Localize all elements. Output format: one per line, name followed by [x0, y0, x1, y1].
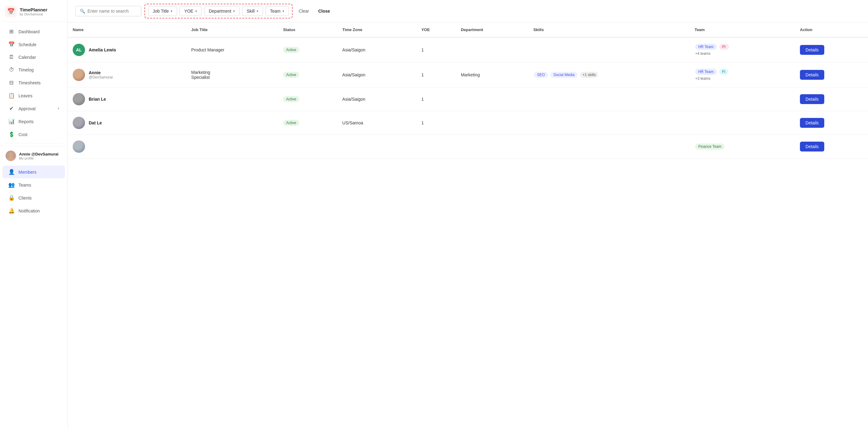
- sidebar-item-label: Reports: [19, 119, 34, 124]
- app-logo-icon: 📅: [5, 5, 17, 17]
- member-status: Active: [278, 37, 337, 63]
- sidebar-item-label: Timelog: [19, 67, 34, 72]
- sidebar-item-teams[interactable]: 👥 Teams: [2, 178, 65, 191]
- calendar-icon: 🗓: [8, 54, 15, 60]
- teams-icon: 👥: [8, 182, 15, 188]
- member-action: Details: [795, 37, 868, 63]
- profile-role: My profile: [19, 157, 59, 160]
- member-timezone: [337, 135, 416, 159]
- sidebar-item-calendar[interactable]: 🗓 Calendar: [2, 51, 65, 63]
- sidebar-item-timelog[interactable]: ⏱ Timelog: [2, 64, 65, 76]
- member-action: Details: [795, 88, 868, 111]
- details-button[interactable]: Details: [800, 94, 824, 104]
- chevron-down-icon: ▾: [195, 9, 197, 13]
- sidebar-nav: ⊞ Dashboard 📅 Schedule 🗓 Calendar ⏱ Time…: [0, 22, 67, 428]
- member-name-cell: [73, 140, 181, 153]
- skill-label: Skill: [247, 9, 255, 13]
- member-job-title: [186, 88, 278, 111]
- member-name-wrap: Amelia Lewis: [89, 47, 116, 52]
- clear-button[interactable]: Clear: [296, 7, 312, 15]
- col-header-action: Action: [795, 23, 868, 37]
- chevron-down-icon: ▾: [256, 9, 258, 13]
- skills-more: +1 skills: [580, 72, 598, 78]
- chevron-down-icon: ▾: [170, 9, 173, 13]
- team-tag: Pr: [719, 44, 729, 50]
- chevron-down-icon: ▾: [58, 106, 59, 110]
- avatar: [73, 117, 85, 129]
- member-teams: Finance Team: [690, 135, 795, 159]
- sidebar-logo: 📅 TimePlanner by DevSamurai: [0, 0, 67, 22]
- notification-icon: 🔔: [8, 207, 15, 214]
- cost-icon: 💲: [8, 131, 15, 138]
- sidebar-item-label: Teams: [19, 183, 31, 188]
- details-button[interactable]: Details: [800, 118, 824, 128]
- app-name: TimePlanner: [20, 7, 48, 12]
- avatar: AL: [73, 44, 85, 56]
- sidebar-item-label: Schedule: [19, 42, 36, 47]
- sidebar-item-label: Dashboard: [19, 29, 40, 34]
- col-header-timezone: Time Zone: [337, 23, 416, 37]
- member-sub: @DevSamurai: [89, 75, 113, 79]
- member-job-title: [186, 135, 278, 159]
- col-header-name: Name: [68, 23, 186, 37]
- member-skills: [528, 111, 690, 135]
- job-title-filter[interactable]: Job Title ▾: [148, 6, 177, 16]
- sidebar-item-timesheets[interactable]: ⊟ Timesheets: [2, 76, 65, 89]
- team-tag: Finance Team: [695, 143, 724, 150]
- member-yoe: 1: [416, 111, 456, 135]
- department-filter[interactable]: Department ▾: [204, 6, 240, 16]
- sidebar-item-label: Notification: [19, 208, 40, 213]
- teams-more: +4 teams: [695, 52, 789, 56]
- skill-filter[interactable]: Skill ▾: [242, 6, 263, 16]
- member-department: [456, 135, 528, 159]
- member-status: Active: [278, 111, 337, 135]
- sidebar-item-label: Leaves: [19, 93, 32, 98]
- close-button[interactable]: Close: [315, 7, 333, 15]
- yoe-filter[interactable]: YOE ▾: [180, 6, 202, 16]
- member-status: Active: [278, 63, 337, 88]
- search-wrap[interactable]: 🔍: [75, 6, 142, 16]
- details-button[interactable]: Details: [800, 142, 824, 152]
- member-name-wrap: Annie @DevSamurai: [89, 70, 113, 79]
- member-skills: [528, 135, 690, 159]
- search-input[interactable]: [88, 9, 137, 13]
- app-sub: by DevSamurai: [20, 12, 48, 16]
- main-content: 🔍 Job Title ▾ YOE ▾ Department ▾ Skill ▾…: [68, 0, 868, 428]
- sidebar-item-schedule[interactable]: 📅 Schedule: [2, 38, 65, 51]
- member-teams: [690, 111, 795, 135]
- reports-icon: 📊: [8, 118, 15, 125]
- sidebar-item-clients[interactable]: 🔒 Clients: [2, 192, 65, 204]
- member-action: Details: [795, 111, 868, 135]
- member-name-cell: AL Amelia Lewis: [73, 44, 181, 56]
- team-tag: HR Team: [695, 69, 717, 75]
- member-name: Dat Le: [89, 121, 102, 125]
- svg-point-1: [7, 157, 14, 161]
- details-button[interactable]: Details: [800, 45, 824, 55]
- member-status: [278, 135, 337, 159]
- member-name-cell: Dat Le: [73, 117, 181, 129]
- sidebar-item-label: Approval: [19, 106, 35, 111]
- sidebar-item-approval[interactable]: ✔ Approval ▾: [2, 102, 65, 115]
- details-button[interactable]: Details: [800, 70, 824, 80]
- sidebar-item-dashboard[interactable]: ⊞ Dashboard: [2, 25, 65, 38]
- team-filter[interactable]: Team ▾: [266, 6, 289, 16]
- member-yoe: 1: [416, 63, 456, 88]
- sidebar-item-cost[interactable]: 💲 Cost: [2, 128, 65, 141]
- member-teams: HR Team Fi +3 teams: [690, 63, 795, 88]
- sidebar-item-notification[interactable]: 🔔 Notification: [2, 204, 65, 217]
- filter-group: Job Title ▾ YOE ▾ Department ▾ Skill ▾ T…: [145, 4, 292, 19]
- member-yoe: 1: [416, 37, 456, 63]
- filter-bar: 🔍 Job Title ▾ YOE ▾ Department ▾ Skill ▾…: [68, 0, 868, 23]
- member-job-title: [186, 111, 278, 135]
- nav-divider: [5, 143, 63, 143]
- table-row: Dat Le Active US/Samoa 1 Details: [68, 111, 868, 135]
- teams-more: +3 teams: [695, 76, 789, 81]
- member-skills: [528, 88, 690, 111]
- sidebar-item-reports[interactable]: 📊 Reports: [2, 115, 65, 128]
- team-label: Team: [270, 9, 281, 13]
- member-timezone: US/Samoa: [337, 111, 416, 135]
- sidebar: 📅 TimePlanner by DevSamurai ⊞ Dashboard …: [0, 0, 68, 428]
- sidebar-item-leaves[interactable]: 📋 Leaves: [2, 89, 65, 102]
- sidebar-item-members[interactable]: 👤 Members: [2, 166, 65, 178]
- team-tag: HR Team: [695, 44, 717, 50]
